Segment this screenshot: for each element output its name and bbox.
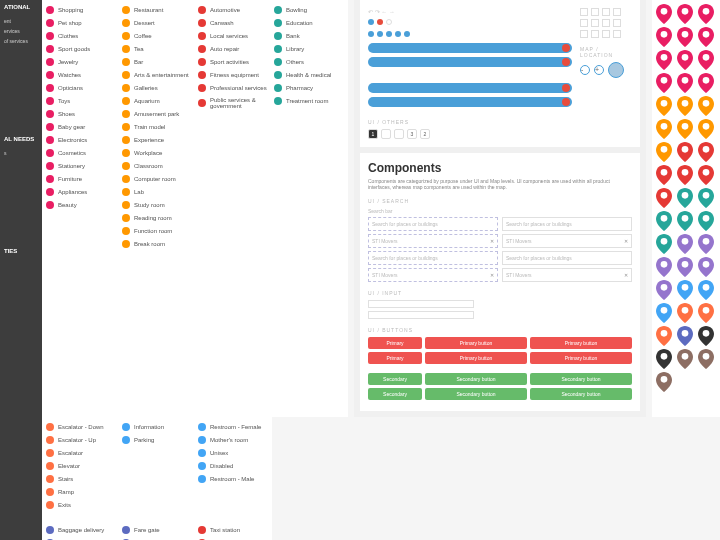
category-item[interactable]: Opticians bbox=[46, 84, 116, 92]
sidebar-item[interactable]: of services bbox=[4, 36, 38, 46]
map-pin[interactable] bbox=[656, 303, 672, 323]
search-input[interactable]: Search for places or buildings bbox=[502, 251, 632, 265]
slider[interactable] bbox=[368, 83, 572, 93]
category-item[interactable]: Education bbox=[274, 19, 344, 27]
map-pin[interactable] bbox=[656, 326, 672, 346]
secondary-button[interactable]: Secondary bbox=[368, 373, 422, 385]
category-item[interactable]: Sport activities bbox=[198, 58, 268, 66]
category-item[interactable]: Tea bbox=[122, 45, 192, 53]
map-pin[interactable] bbox=[677, 96, 693, 116]
search-input[interactable]: STI Movers bbox=[368, 268, 498, 282]
category-item[interactable]: Sport goods bbox=[46, 45, 116, 53]
category-item[interactable]: Information bbox=[122, 423, 192, 431]
map-pin[interactable] bbox=[656, 27, 672, 47]
map-pin[interactable] bbox=[677, 211, 693, 231]
category-item[interactable]: Pet shop bbox=[46, 19, 116, 27]
category-item[interactable]: Fare gate bbox=[122, 526, 192, 534]
sidebar-item[interactable] bbox=[4, 260, 38, 264]
category-item[interactable]: Dessert bbox=[122, 19, 192, 27]
search-input[interactable]: STI Movers bbox=[502, 268, 632, 282]
map-pin[interactable] bbox=[677, 4, 693, 24]
primary-button[interactable]: Primary button bbox=[530, 352, 632, 364]
map-pin[interactable] bbox=[698, 96, 714, 116]
map-pin[interactable] bbox=[677, 73, 693, 93]
category-item[interactable]: Restroom - Male bbox=[198, 475, 268, 483]
map-pin[interactable] bbox=[656, 188, 672, 208]
category-item[interactable]: Treatment room bbox=[274, 97, 344, 105]
category-item[interactable]: Appliances bbox=[46, 188, 116, 196]
map-pin[interactable] bbox=[698, 211, 714, 231]
category-item[interactable]: Unisex bbox=[198, 449, 268, 457]
category-item[interactable]: Jewelry bbox=[46, 58, 116, 66]
sidebar-item[interactable]: s bbox=[4, 148, 38, 158]
map-pin[interactable] bbox=[656, 96, 672, 116]
page-btn[interactable]: 1 bbox=[368, 129, 378, 139]
category-item[interactable]: Reading room bbox=[122, 214, 192, 222]
category-item[interactable]: Parking bbox=[122, 436, 192, 444]
category-item[interactable]: Ramp bbox=[46, 488, 116, 496]
category-item[interactable]: Break room bbox=[122, 240, 192, 248]
map-pin[interactable] bbox=[656, 257, 672, 277]
category-item[interactable]: Galleries bbox=[122, 84, 192, 92]
category-item[interactable]: Clothes bbox=[46, 32, 116, 40]
category-item[interactable]: Others bbox=[274, 58, 344, 66]
locate[interactable] bbox=[608, 62, 624, 78]
category-item[interactable]: Public services & government bbox=[198, 97, 268, 109]
search-input[interactable]: Search for places or buildings bbox=[368, 217, 498, 231]
category-item[interactable]: Computer room bbox=[122, 175, 192, 183]
category-item[interactable]: Library bbox=[274, 45, 344, 53]
category-item[interactable]: Function room bbox=[122, 227, 192, 235]
category-item[interactable]: Pharmacy bbox=[274, 84, 344, 92]
search-input[interactable]: Search for places or buildings bbox=[368, 251, 498, 265]
category-item[interactable]: Experience bbox=[122, 136, 192, 144]
page-btn[interactable]: 3 bbox=[407, 129, 417, 139]
map-pin[interactable] bbox=[698, 4, 714, 24]
category-item[interactable]: Baby gear bbox=[46, 123, 116, 131]
map-pin[interactable] bbox=[698, 73, 714, 93]
map-pin[interactable] bbox=[698, 142, 714, 162]
map-pin[interactable] bbox=[698, 257, 714, 277]
category-item[interactable]: Bowling bbox=[274, 6, 344, 14]
map-pin[interactable] bbox=[698, 50, 714, 70]
map-pin[interactable] bbox=[656, 372, 672, 392]
category-item[interactable]: Lab bbox=[122, 188, 192, 196]
secondary-button[interactable]: Secondary button bbox=[425, 388, 527, 400]
map-pin[interactable] bbox=[656, 349, 672, 369]
category-item[interactable]: Cosmetics bbox=[46, 149, 116, 157]
category-item[interactable]: Shoes bbox=[46, 110, 116, 118]
category-item[interactable]: Watches bbox=[46, 71, 116, 79]
slider[interactable] bbox=[368, 57, 572, 67]
map-pin[interactable] bbox=[656, 4, 672, 24]
text-input[interactable] bbox=[368, 311, 474, 319]
category-item[interactable]: Amusement park bbox=[122, 110, 192, 118]
secondary-button[interactable]: Secondary button bbox=[530, 388, 632, 400]
category-item[interactable]: Professional services bbox=[198, 84, 268, 92]
map-pin[interactable] bbox=[656, 119, 672, 139]
map-pin[interactable] bbox=[698, 27, 714, 47]
secondary-button[interactable]: Secondary bbox=[368, 388, 422, 400]
category-item[interactable]: Restaurant bbox=[122, 6, 192, 14]
category-item[interactable]: Bar bbox=[122, 58, 192, 66]
map-pin[interactable] bbox=[698, 326, 714, 346]
map-pin[interactable] bbox=[656, 280, 672, 300]
category-item[interactable]: Baggage delivery bbox=[46, 526, 116, 534]
category-item[interactable]: Escalator - Up bbox=[46, 436, 116, 444]
slider[interactable] bbox=[368, 97, 572, 107]
map-pin[interactable] bbox=[677, 119, 693, 139]
map-pin[interactable] bbox=[656, 234, 672, 254]
category-item[interactable]: Restroom - Female bbox=[198, 423, 268, 431]
category-item[interactable]: Bank bbox=[274, 32, 344, 40]
secondary-button[interactable]: Secondary button bbox=[530, 373, 632, 385]
primary-button[interactable]: Primary button bbox=[425, 352, 527, 364]
sidebar-item[interactable]: ervices bbox=[4, 26, 38, 36]
slider[interactable] bbox=[368, 43, 572, 53]
map-pin[interactable] bbox=[698, 234, 714, 254]
zoom-out[interactable]: - bbox=[580, 65, 590, 75]
map-pin[interactable] bbox=[677, 50, 693, 70]
map-pin[interactable] bbox=[677, 234, 693, 254]
map-pin[interactable] bbox=[677, 27, 693, 47]
map-pin[interactable] bbox=[677, 280, 693, 300]
category-item[interactable]: Beauty bbox=[46, 201, 116, 209]
category-item[interactable]: Elevator bbox=[46, 462, 116, 470]
category-item[interactable]: Escalator - Down bbox=[46, 423, 116, 431]
